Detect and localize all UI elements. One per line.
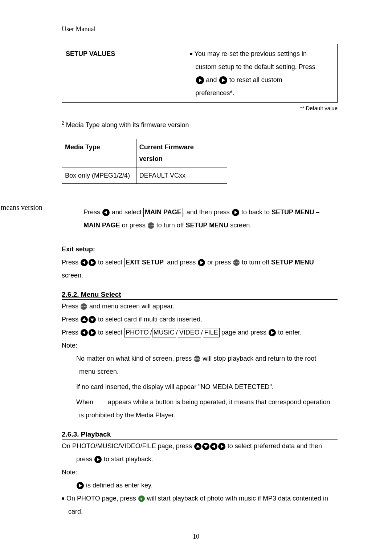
footnote-mark: 2 xyxy=(62,121,64,126)
media-type-cell: Box only (MPEG1/2/4) xyxy=(62,167,136,183)
txt: or press xyxy=(120,222,147,229)
right-arrow-icon xyxy=(89,259,96,266)
main-page-box: MAIN PAGE xyxy=(143,208,183,217)
table-row: Media Type Current Firmware version xyxy=(62,139,227,167)
right-arrow-icon xyxy=(89,329,96,336)
firmware-header-a: Current Firmware xyxy=(139,143,194,151)
right-arrow-icon xyxy=(218,443,225,450)
margin-note-means-version: means version xyxy=(1,203,42,212)
setup-button-icon: SETUP xyxy=(233,259,240,266)
txt: page and press xyxy=(221,329,268,336)
txt: , and then press xyxy=(183,208,232,216)
txt: appears while a button is being operated… xyxy=(108,398,330,406)
txt: will stop playback and return to the roo… xyxy=(203,355,316,362)
txt: to select xyxy=(98,329,124,336)
txt: or press xyxy=(207,259,233,266)
txt: Press xyxy=(62,259,80,266)
photo-tab-box: PHOTO xyxy=(124,328,150,337)
firmware-cell: DEFAULT VCxx xyxy=(136,167,227,183)
setup-values-desc-4: preferences*. xyxy=(190,86,334,100)
footnote-2-text: Media Type along with its firmware versi… xyxy=(64,121,189,129)
up-arrow-icon xyxy=(81,316,88,323)
table-row: SETUP VALUES You may re-set the previous… xyxy=(62,44,338,103)
play-right-icon xyxy=(77,482,84,489)
up-arrow-icon xyxy=(194,443,201,450)
txt: and menu screen will appear. xyxy=(89,303,174,310)
txt: Press xyxy=(62,329,80,336)
left-arrow-icon xyxy=(81,329,88,336)
play-right-icon xyxy=(232,209,239,216)
setup-values-desc-2: custom setup to the default setting. Pre… xyxy=(190,60,334,73)
txt: press xyxy=(76,455,94,463)
firmware-header-b: version xyxy=(139,155,163,162)
txt: to back to xyxy=(241,208,271,216)
menu-select-heading: 2.6.2. Menu Select xyxy=(62,291,338,300)
slideshow-button-icon: ◑ xyxy=(138,495,145,502)
txt: to turn off xyxy=(242,259,271,266)
setup-values-table: SETUP VALUES You may re-set the previous… xyxy=(62,44,338,103)
setup-button-icon: SETUP xyxy=(148,222,154,229)
page-number: 10 xyxy=(0,533,392,540)
txt: card. xyxy=(62,505,338,518)
left-arrow-icon xyxy=(81,259,88,266)
running-header: User Manual xyxy=(62,25,338,33)
play-right-icon xyxy=(198,259,205,266)
media-type-header: Media Type xyxy=(65,143,100,151)
setup-values-header: SETUP VALUES xyxy=(66,50,115,57)
txt: to start playback. xyxy=(104,455,153,463)
note-label: Note: xyxy=(62,339,338,352)
bullet-icon xyxy=(62,495,66,502)
txt: to select card if multi cards inserted. xyxy=(98,316,202,323)
left-arrow-icon xyxy=(210,443,217,450)
txt: Press xyxy=(62,316,80,323)
main-page-label: MAIN PAGE xyxy=(83,222,120,229)
setup-menu-label3: SETUP MENU xyxy=(271,259,314,266)
exit-setup-line2: screen. xyxy=(62,269,338,282)
setup-values-desc-3b: to reset all custom xyxy=(229,76,282,84)
txt: menu screen. xyxy=(76,368,119,375)
no-media-note: If no card inserted, the display will ap… xyxy=(76,380,338,393)
menu-button-icon: MENU xyxy=(81,303,87,310)
txt: On PHOTO/MUSIC/VIDEO/FILE page, press xyxy=(62,442,194,450)
colon: : xyxy=(93,246,95,253)
video-tab-box: VIDEO xyxy=(178,328,201,337)
default-value-note: ** Default value xyxy=(62,105,338,111)
txt: to select preferred data and then xyxy=(228,442,322,450)
down-arrow-icon xyxy=(202,443,209,450)
bullet-icon xyxy=(190,50,195,57)
down-arrow-icon xyxy=(89,316,96,323)
txt: and press xyxy=(167,259,197,266)
playback-heading: 2.6.3. Playback xyxy=(62,430,338,439)
setup-values-desc-and: and xyxy=(206,76,219,84)
media-type-table: Media Type Current Firmware version Box … xyxy=(62,139,227,184)
txt: is prohibited by the Media Player. xyxy=(76,412,175,419)
play-right-icon xyxy=(196,76,204,84)
exit-setup-heading: Exit setup xyxy=(62,246,93,253)
txt: On PHOTO page, press xyxy=(66,495,138,502)
txt: screen. xyxy=(228,222,252,229)
setup-menu-label: SETUP MENU – xyxy=(271,208,320,216)
note-label-2: Note: xyxy=(62,466,338,479)
table-row: Box only (MPEG1/2/4) DEFAULT VCxx xyxy=(62,167,227,183)
txt: to select xyxy=(98,259,124,266)
play-right-icon xyxy=(94,456,102,463)
txt: When xyxy=(76,398,93,406)
exit-setup-box: EXIT SETUP xyxy=(124,258,165,267)
txt: Press xyxy=(83,208,102,216)
txt: is defined as enter key. xyxy=(86,482,153,489)
left-arrow-icon xyxy=(102,209,110,216)
play-right-icon xyxy=(269,329,276,336)
txt: and select xyxy=(112,208,143,216)
play-right-icon xyxy=(219,76,227,84)
setup-values-desc-1: You may re-set the previous settings in xyxy=(195,50,307,57)
txt: to turn off xyxy=(156,222,186,229)
txt: No matter on what kind of screen, press xyxy=(76,355,193,362)
music-tab-box: MUSIC xyxy=(152,328,176,337)
menu-button-icon: MENU xyxy=(194,356,200,362)
txt: to enter. xyxy=(278,329,302,336)
txt: Press xyxy=(62,303,80,310)
file-tab-box: FILE xyxy=(203,328,220,337)
txt: will start playback of photo with music … xyxy=(147,495,328,502)
setup-menu-label2: SETUP MENU xyxy=(185,222,228,229)
